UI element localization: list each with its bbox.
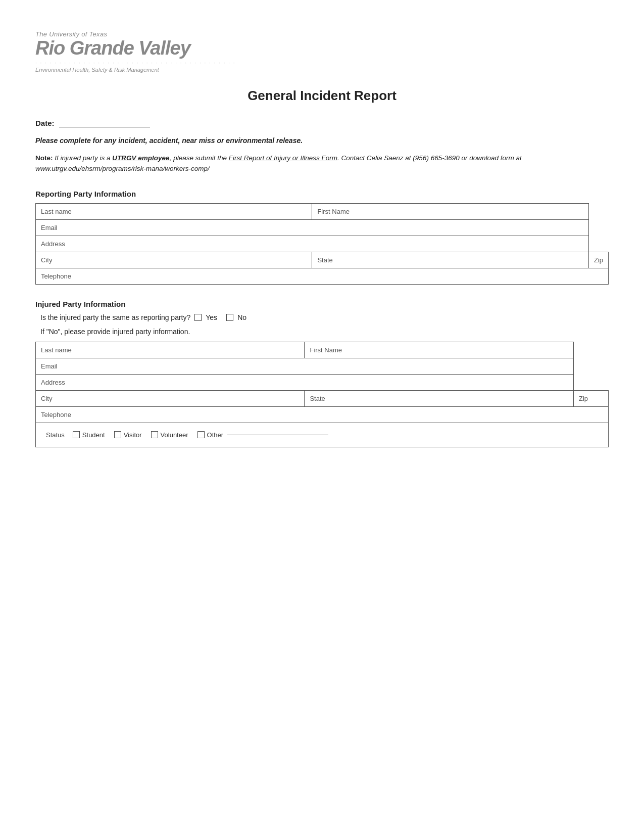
injured-telephone-label: Telephone	[36, 406, 609, 423]
table-row: Address	[36, 236, 609, 252]
date-line: Date:	[35, 119, 609, 127]
telephone-label: Telephone	[36, 268, 609, 284]
address-label: Address	[36, 236, 589, 252]
volunteer-checkbox[interactable]	[151, 431, 158, 438]
page-title: General Incident Report	[35, 88, 609, 104]
last-name-label: Last name	[36, 203, 312, 219]
table-row: City State Zip	[36, 252, 609, 268]
status-row: Status Student Visitor Volunteer	[41, 427, 603, 443]
other-checkbox[interactable]	[197, 431, 205, 438]
table-row: City State Zip	[36, 390, 609, 406]
state-label: State	[312, 252, 589, 268]
table-row: Email	[36, 358, 609, 374]
date-label: Date:	[35, 119, 55, 127]
status-label: Status	[46, 431, 65, 439]
logo-university-name: The University of Texas	[35, 30, 609, 38]
table-row: Last name First Name	[36, 203, 609, 219]
injured-first-name-label: First Name	[305, 342, 574, 358]
volunteer-label: Volunteer	[161, 431, 188, 439]
other-underline[interactable]	[227, 435, 328, 435]
same-as-reporting-row: Is the injured party the same as reporti…	[40, 313, 609, 321]
yes-label: Yes	[206, 313, 217, 321]
visitor-label: Visitor	[124, 431, 142, 439]
status-cell: Status Student Visitor Volunteer	[36, 423, 609, 447]
injured-party-title: Injured Party Information	[35, 300, 609, 308]
student-label: Student	[82, 431, 105, 439]
email-label: Email	[36, 219, 589, 236]
note-italic-start: If injured party is a UTRGV employee, pl…	[35, 154, 522, 173]
no-label: No	[237, 313, 246, 321]
reporting-party-table: Last name First Name Email Address City …	[35, 203, 609, 285]
other-label: Other	[207, 431, 224, 439]
date-underline[interactable]	[59, 127, 150, 127]
visitor-checkbox[interactable]	[114, 431, 121, 438]
injured-address-label: Address	[36, 374, 574, 390]
student-option: Student	[73, 431, 105, 439]
other-option: Other	[197, 431, 329, 439]
logo-subtitle: Environmental Health, Safety & Risk Mana…	[35, 67, 609, 73]
injured-party-section: Injured Party Information Is the injured…	[35, 300, 609, 447]
instruction-text: Please complete for any incident, accide…	[35, 136, 609, 145]
no-checkbox[interactable]	[226, 314, 233, 321]
injured-city-label: City	[36, 390, 305, 406]
injured-email-label: Email	[36, 358, 574, 374]
city-label: City	[36, 252, 312, 268]
table-row: Telephone	[36, 406, 609, 423]
note-text: Note: If injured party is a UTRGV employ…	[35, 153, 609, 174]
injured-last-name-label: Last name	[36, 342, 305, 358]
table-row: Last name First Name	[36, 342, 609, 358]
if-no-text: If "No", please provide injured party in…	[40, 328, 609, 336]
page: The University of Texas Rio Grande Valle…	[0, 0, 644, 834]
table-row: Status Student Visitor Volunteer	[36, 423, 609, 447]
table-row: Telephone	[36, 268, 609, 284]
visitor-option: Visitor	[114, 431, 142, 439]
injured-zip-label: Zip	[573, 390, 608, 406]
volunteer-option: Volunteer	[151, 431, 188, 439]
student-checkbox[interactable]	[73, 431, 80, 438]
logo-dots: · · · · · · · · · · · · · · · · · · · · …	[35, 60, 609, 66]
note-utrgv-bold: UTRGV employee	[112, 154, 169, 162]
injured-party-table: Last name First Name Email Address City …	[35, 342, 609, 447]
logo-section: The University of Texas Rio Grande Valle…	[35, 30, 609, 73]
table-row: Email	[36, 219, 609, 236]
yes-checkbox[interactable]	[194, 314, 202, 321]
same-question-text: Is the injured party the same as reporti…	[40, 313, 190, 321]
first-name-label: First Name	[312, 203, 589, 219]
zip-label: Zip	[588, 252, 608, 268]
note-link: First Report of Injury or Illness Form	[229, 154, 337, 162]
reporting-party-title: Reporting Party Information	[35, 190, 609, 198]
table-row: Address	[36, 374, 609, 390]
note-bold-label: Note:	[35, 154, 53, 162]
logo-main-text: Rio Grande Valley	[35, 38, 609, 59]
injured-state-label: State	[305, 390, 574, 406]
